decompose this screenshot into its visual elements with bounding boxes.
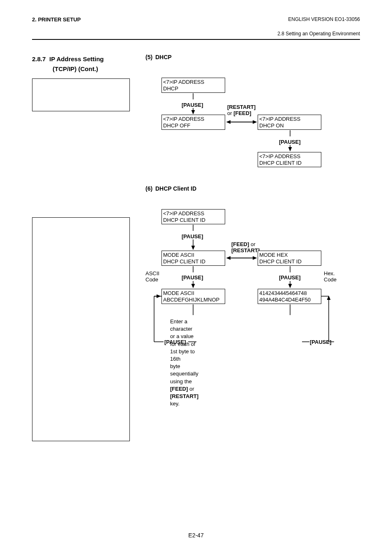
d5-box1-l1: <7>IP ADDRESS xyxy=(163,79,224,85)
d6-box2-l2: DHCP CLIENT ID xyxy=(163,258,224,265)
sub6-number: (6) xyxy=(145,185,152,192)
d6-hex-code: Hex. Code xyxy=(324,270,337,283)
d6-pause1: [PAUSE] xyxy=(182,233,203,240)
d6-note: Enter a character or a value for each of… xyxy=(170,318,198,408)
d5-pause1: [PAUSE] xyxy=(182,102,203,108)
note-box-small xyxy=(32,78,130,111)
d5-box2: <7>IP ADDRESS DHCP OFF xyxy=(161,115,225,130)
sub5-title: DHCP xyxy=(155,54,172,60)
d6-box1-l2: DHCP CLIENT ID xyxy=(163,217,224,223)
d6-box2: MODE ASCII DHCP CLIENT ID xyxy=(161,251,225,266)
sub-header: 2.8 Setting an Operating Environment xyxy=(32,31,360,37)
d5-restart-feed: [RESTART] or [FEED] xyxy=(227,104,256,116)
sub5-number: (5) xyxy=(145,54,152,60)
page-header: 2. PRINTER SETUP ENGLISH VERSION EO1-330… xyxy=(32,16,360,23)
section-title-2: (TCP/IP) (Cont.) xyxy=(53,65,98,72)
d6-box5: 4142434445464748 494A4B4C4D4E4F50 xyxy=(258,289,321,304)
d6-ascii-code: ASCII Code xyxy=(145,270,159,283)
d5-box3-l1: <7>IP ADDRESS xyxy=(259,116,320,122)
d5-box4-l2: DHCP CLIENT ID xyxy=(259,160,320,166)
d6-box2-l1: MODE ASCII xyxy=(163,252,224,258)
d5-box1: <7>IP ADDRESS DHCP xyxy=(161,78,225,93)
d5-box2-l1: <7>IP ADDRESS xyxy=(163,116,224,122)
note-box-large xyxy=(32,217,130,441)
sub6-title: DHCP Client ID xyxy=(155,185,196,192)
d6-box3-l1: MODE HEX xyxy=(259,252,320,258)
d5-box3-l2: DHCP ON xyxy=(259,122,320,129)
d6-pause2: [PAUSE] xyxy=(182,274,203,281)
header-left: 2. PRINTER SETUP xyxy=(32,16,81,23)
d6-box4: MODE ASCII ABCDEFGHIJKLMNOP xyxy=(161,289,225,304)
d5-box2-l2: DHCP OFF xyxy=(163,122,224,129)
d6-box3-l2: DHCP CLIENT ID xyxy=(259,258,320,265)
section-title-1: IP Address Setting xyxy=(49,55,104,62)
d6-box4-l2: ABCDEFGHIJKLMNOP xyxy=(163,297,224,303)
d6-box1: <7>IP ADDRESS DHCP CLIENT ID xyxy=(161,209,225,224)
d5-pause2: [PAUSE] xyxy=(279,139,300,145)
d6-pause4: [PAUSE] xyxy=(164,339,186,345)
page-number: E2-47 xyxy=(188,532,203,539)
d5-box1-l2: DHCP xyxy=(163,85,224,92)
d6-box4-l1: MODE ASCII xyxy=(163,290,224,297)
d6-pause5: [PAUSE] xyxy=(310,339,331,345)
d6-pause3: [PAUSE] xyxy=(279,274,300,281)
d6-box5-l2: 494A4B4C4D4E4F50 xyxy=(259,297,320,303)
section-number: 2.8.7 xyxy=(32,55,46,62)
d5-box3: <7>IP ADDRESS DHCP ON xyxy=(258,115,321,130)
header-right: ENGLISH VERSION EO1-33056 xyxy=(288,16,360,22)
d6-box3: MODE HEX DHCP CLIENT ID xyxy=(258,251,321,266)
header-divider xyxy=(32,39,360,40)
d6-feed-restart: [FEED] or [RESTART] xyxy=(231,241,260,253)
d5-box4-l1: <7>IP ADDRESS xyxy=(259,153,320,160)
d6-box1-l1: <7>IP ADDRESS xyxy=(163,210,224,217)
d6-box5-l1: 4142434445464748 xyxy=(259,290,320,297)
d5-box4: <7>IP ADDRESS DHCP CLIENT ID xyxy=(258,152,321,167)
